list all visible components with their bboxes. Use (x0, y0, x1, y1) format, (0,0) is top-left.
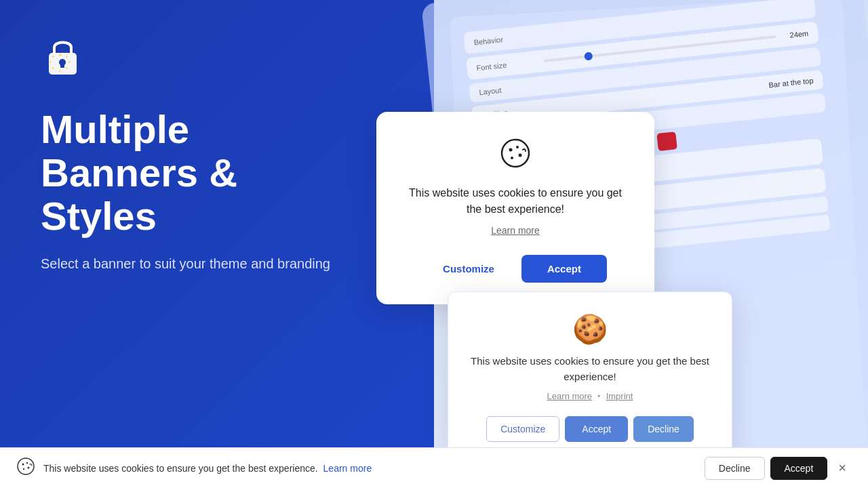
banner-2-accept-button[interactable]: Accept (565, 416, 628, 442)
banner-2-actions: Customize Accept Decline (470, 416, 710, 442)
font-size-value: 24em (789, 29, 809, 39)
svg-point-17 (22, 463, 24, 465)
svg-point-11 (502, 140, 529, 167)
position-value: Bar at the top (768, 77, 814, 89)
banner-2-decline-button[interactable]: Decline (633, 416, 694, 442)
banner-2-links: Learn more • Imprint (470, 391, 710, 401)
svg-text:★: ★ (58, 53, 62, 57)
swatch-crimson[interactable] (656, 131, 677, 151)
bottom-bar: This website uses cookies to ensure you … (0, 447, 868, 488)
banner-1-customize-button[interactable]: Customize (424, 255, 513, 283)
banner-2: 🍪 This website uses cookies to ensure yo… (448, 291, 732, 462)
svg-point-20 (23, 468, 24, 469)
eu-logo: ★ ★ ★ ★ ★ ★ ★ ★ (41, 34, 85, 78)
bottom-close-button[interactable]: × (833, 458, 852, 479)
svg-point-14 (519, 154, 522, 157)
sub-text: Select a banner to suit your theme and b… (41, 253, 339, 274)
bottom-learn-more[interactable]: Learn more (323, 463, 372, 474)
svg-point-13 (516, 146, 519, 148)
dot-separator: • (597, 391, 601, 401)
banner-2-imprint[interactable]: Imprint (606, 391, 633, 401)
font-size-label: Font size (476, 58, 531, 72)
svg-point-16 (18, 458, 34, 474)
banner-1-actions: Customize Accept (403, 255, 627, 283)
banner-1-accept-button[interactable]: Accept (521, 255, 607, 283)
layout-label: Layout (479, 83, 534, 96)
banner-1: This website uses cookies to ensure you … (376, 112, 654, 304)
svg-rect-2 (60, 62, 64, 68)
behavior-label: Behavior (473, 33, 528, 46)
banner-2-learn-more[interactable]: Learn more (547, 391, 592, 401)
bottom-bar-text: This website uses cookies to ensure you … (43, 463, 696, 474)
cookie-color-icon: 🍪 (470, 312, 710, 346)
cookie-outline-icon (403, 136, 627, 177)
slider-thumb (584, 52, 593, 60)
banner-1-title: This website uses cookies to ensure you … (403, 185, 627, 218)
main-heading: MultipleBanners &Styles (41, 108, 339, 237)
bottom-cookie-icon (16, 457, 35, 480)
svg-point-15 (511, 157, 513, 159)
banner-2-customize-button[interactable]: Customize (486, 416, 559, 442)
bottom-accept-button[interactable]: Accept (770, 457, 828, 480)
left-content: ★ ★ ★ ★ ★ ★ ★ ★ MultipleBanners &Styles … (0, 0, 380, 488)
bottom-bar-actions: Decline Accept × (705, 457, 852, 480)
svg-point-18 (26, 462, 28, 463)
svg-point-12 (509, 148, 513, 152)
svg-point-19 (28, 466, 30, 468)
banner-2-title: This website uses cookies to ensure you … (470, 354, 710, 384)
bottom-decline-button[interactable]: Decline (705, 457, 765, 480)
banner-1-learn-more[interactable]: Learn more (491, 225, 540, 236)
